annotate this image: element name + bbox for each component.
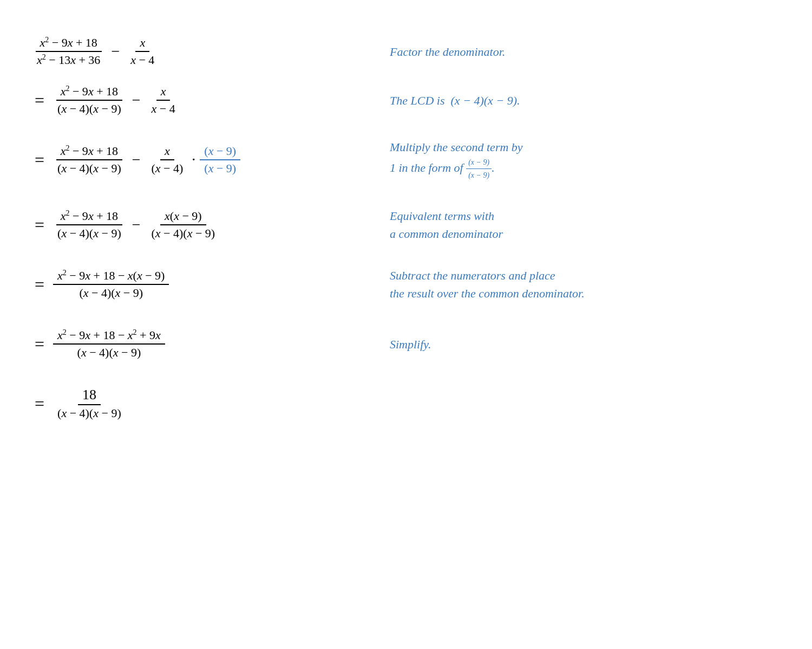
denominator-5: (x − 4)(x − 9) xyxy=(53,160,126,177)
equals-3: = xyxy=(35,150,44,170)
fraction-5: x2 − 9x + 18 (x − 4)(x − 9) xyxy=(53,143,126,177)
annotation-6: Simplify. xyxy=(390,314,780,374)
denominator-4: x − 4 xyxy=(147,101,180,117)
equals-7: = xyxy=(35,394,44,414)
fraction-1: x2 − 9x + 18 x2 − 13x + 36 xyxy=(32,35,104,69)
annotation-text-2: The LCD is (x − 4)(x − 9). xyxy=(390,87,780,114)
numerator-12: 18 xyxy=(78,386,101,405)
math-step-5: = x2 − 9x + 18 − x(x − 9) (x − 4)(x − 9) xyxy=(32,255,357,314)
fraction-11: x2 − 9x + 18 − x2 + 9x (x − 4)(x − 9) xyxy=(53,327,165,361)
math-step-2: = x2 − 9x + 18 (x − 4)(x − 9) − x x − 4 xyxy=(32,76,357,125)
math-column: x2 − 9x + 18 x2 − 13x + 36 − x x − 4 = x… xyxy=(32,22,357,433)
fraction-4: x x − 4 xyxy=(147,83,180,117)
denominator-1: x2 − 13x + 36 xyxy=(32,52,104,68)
annotation-text-3: Multiply the second term by 1 in the for… xyxy=(390,134,780,186)
numerator-4: x xyxy=(156,83,171,101)
annotation-text-1: Factor the denominator. xyxy=(390,38,780,65)
denominator-11: (x − 4)(x − 9) xyxy=(73,345,146,361)
numerator-10: x2 − 9x + 18 − x(x − 9) xyxy=(53,268,169,285)
equals-4: = xyxy=(35,215,44,235)
denominator-7: (x − 9) xyxy=(200,160,240,177)
math-step-1: x2 − 9x + 18 x2 − 13x + 36 − x x − 4 xyxy=(32,27,357,76)
annotation-text-4: Equivalent terms with a common denominat… xyxy=(390,203,780,247)
annotation-7 xyxy=(390,374,780,433)
annotation-3: Multiply the second term by 1 in the for… xyxy=(390,125,780,195)
annotation-text-6: Simplify. xyxy=(390,331,780,358)
minus-4: − xyxy=(132,216,141,233)
fraction-10: x2 − 9x + 18 − x(x − 9) (x − 4)(x − 9) xyxy=(53,268,169,301)
denominator-8: (x − 4)(x − 9) xyxy=(53,225,126,242)
numerator-11: x2 − 9x + 18 − x2 + 9x xyxy=(53,327,165,345)
numerator-5: x2 − 9x + 18 xyxy=(56,143,122,160)
page-container: x2 − 9x + 18 x2 − 13x + 36 − x x − 4 = x… xyxy=(32,22,780,433)
denominator-9: (x − 4)(x − 9) xyxy=(147,225,220,242)
fraction-2: x x − 4 xyxy=(126,35,159,68)
math-step-6: = x2 − 9x + 18 − x2 + 9x (x − 4)(x − 9) xyxy=(32,314,357,374)
numerator-9: x(x − 9) xyxy=(160,208,206,225)
equals-6: = xyxy=(35,334,44,354)
fraction-12: 18 (x − 4)(x − 9) xyxy=(53,386,126,421)
annotation-5: Subtract the numerators and place the re… xyxy=(390,255,780,314)
numerator-6: x xyxy=(160,143,174,160)
numerator-1: x2 − 9x + 18 xyxy=(36,35,102,52)
annotation-1: Factor the denominator. xyxy=(390,27,780,76)
denominator-10: (x − 4)(x − 9) xyxy=(75,285,147,301)
denominator-2: x − 4 xyxy=(126,52,159,68)
numerator-3: x2 − 9x + 18 xyxy=(56,83,122,101)
math-step-7: = 18 (x − 4)(x − 9) xyxy=(32,374,357,433)
annotation-2: The LCD is (x − 4)(x − 9). xyxy=(390,76,780,125)
annotation-4: Equivalent terms with a common denominat… xyxy=(390,195,780,255)
minus-3: − xyxy=(132,151,141,168)
numerator-8: x2 − 9x + 18 xyxy=(56,208,122,225)
numerator-2: x xyxy=(135,35,149,52)
numerator-7: (x − 9) xyxy=(200,143,240,160)
denominator-3: (x − 4)(x − 9) xyxy=(53,101,126,117)
equals-5: = xyxy=(35,275,44,295)
annotation-column: Factor the denominator. The LCD is (x − … xyxy=(390,22,780,433)
minus-2: − xyxy=(132,92,141,109)
minus-1: − xyxy=(111,43,120,60)
equals-2: = xyxy=(35,90,44,111)
math-step-4: = x2 − 9x + 18 (x − 4)(x − 9) − x(x − 9)… xyxy=(32,195,357,255)
fraction-8: x2 − 9x + 18 (x − 4)(x − 9) xyxy=(53,208,126,242)
dot-1: · xyxy=(192,151,195,168)
fraction-3: x2 − 9x + 18 (x − 4)(x − 9) xyxy=(53,83,126,117)
fraction-6: x (x − 4) xyxy=(147,143,188,177)
denominator-6: (x − 4) xyxy=(147,160,188,177)
fraction-9: x(x − 9) (x − 4)(x − 9) xyxy=(147,208,220,242)
denominator-12: (x − 4)(x − 9) xyxy=(53,405,126,421)
annotation-text-5: Subtract the numerators and place the re… xyxy=(390,262,780,307)
small-fraction-1: (x − 9) (x − 9) xyxy=(466,156,492,181)
fraction-7: (x − 9) (x − 9) xyxy=(200,143,240,177)
math-step-3: = x2 − 9x + 18 (x − 4)(x − 9) − x (x − 4… xyxy=(32,125,357,195)
